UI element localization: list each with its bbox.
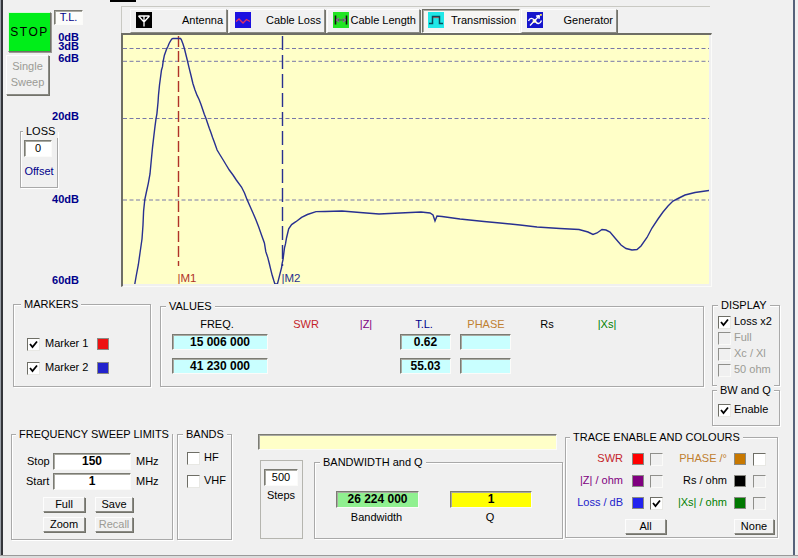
svg-text:|M2: |M2 <box>282 272 301 284</box>
svg-text:|M1: |M1 <box>178 272 197 284</box>
